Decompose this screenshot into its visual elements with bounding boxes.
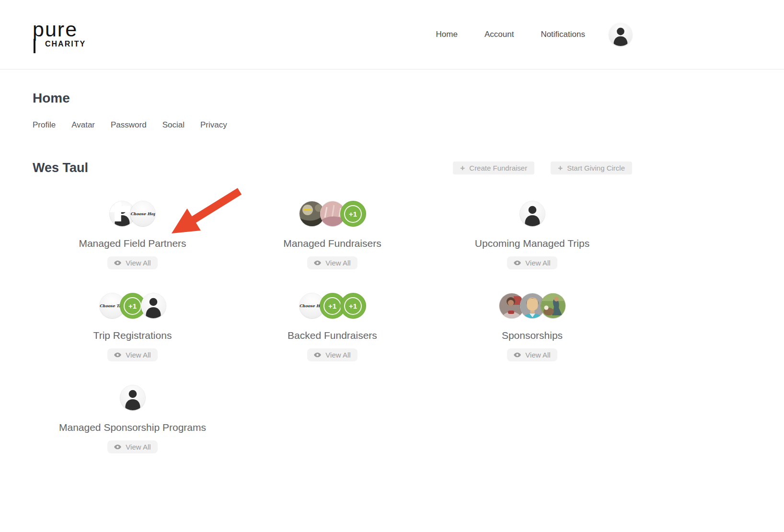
logo-stem-decoration	[34, 39, 35, 53]
owner-row: Wes Taul + Create Fundraiser + Start Giv…	[33, 161, 632, 175]
default-avatar-icon[interactable]	[520, 201, 545, 226]
dashboard-grid: Choose Hope Managed Field Partners View …	[33, 201, 632, 477]
tab-password[interactable]: Password	[111, 120, 147, 130]
plus-one-badge-icon[interactable]: +1	[341, 293, 366, 318]
section-label: Backed Fundraisers	[232, 330, 432, 341]
logo-text-pure: pure	[33, 21, 100, 38]
section-trip-registrations: Choose Trip +1 Trip Registrations	[33, 293, 232, 385]
pure-charity-logo[interactable]: pure CHARITY	[33, 21, 100, 48]
sponsored-child-photo-icon[interactable]	[541, 293, 565, 318]
section-label: Sponsorships	[432, 330, 632, 341]
fundraisers-icons: +1	[232, 201, 432, 226]
view-all-sponsorships-button[interactable]: View All	[507, 348, 557, 361]
nav-item-account[interactable]: Account	[484, 30, 514, 39]
plus-one-badge-icon[interactable]: +1	[341, 201, 366, 226]
section-label: Upcoming Managed Trips	[432, 238, 632, 249]
plus-badge-icon	[110, 201, 130, 221]
person-silhouette-icon	[120, 385, 145, 410]
view-all-trips-button[interactable]: View All	[507, 256, 557, 269]
create-fundraiser-label: Create Fundraiser	[469, 164, 527, 172]
plus-icon: +	[558, 164, 563, 172]
tab-avatar[interactable]: Avatar	[71, 120, 95, 130]
tab-privacy[interactable]: Privacy	[200, 120, 227, 130]
trip-registrations-icons: Choose Trip +1	[33, 293, 232, 318]
page-title: Home	[33, 91, 632, 106]
plus-icon: +	[460, 164, 465, 172]
settings-tabs: Profile Avatar Password Social Privacy	[33, 120, 632, 130]
owner-name: Wes Taul	[33, 161, 88, 175]
trips-icons	[432, 201, 632, 226]
section-sponsorships: Sponsorships View All	[432, 293, 632, 385]
eye-icon	[114, 444, 121, 450]
default-avatar-icon[interactable]	[120, 385, 145, 410]
top-header: pure CHARITY Home Account Notifications	[0, 0, 784, 69]
create-fundraiser-button[interactable]: + Create Fundraiser	[453, 162, 534, 174]
field-partners-icons: Choose Hope	[33, 201, 232, 226]
nav-item-notifications[interactable]: Notifications	[541, 30, 585, 39]
section-managed-field-partners: Choose Hope Managed Field Partners View …	[33, 201, 232, 293]
main-content: Home Profile Avatar Password Social Priv…	[33, 91, 632, 477]
owner-actions: + Create Fundraiser + Start Giving Circl…	[453, 162, 632, 174]
section-managed-fundraisers: +1 Managed Fundraisers View All	[232, 201, 432, 293]
logo-text-charity: CHARITY	[45, 40, 100, 48]
user-avatar[interactable]	[609, 23, 632, 46]
sponsorships-icons	[432, 293, 632, 318]
section-backed-fundraisers: Choose Hope +1 +1 Backed Fundraisers Vie…	[232, 293, 432, 385]
tab-social[interactable]: Social	[162, 120, 184, 130]
eye-icon	[314, 260, 321, 266]
person-silhouette-icon	[520, 201, 545, 226]
person-silhouette-icon	[141, 293, 166, 318]
start-giving-circle-label: Start Giving Circle	[567, 164, 625, 172]
section-label: Managed Sponsorship Programs	[33, 422, 232, 433]
view-all-fundraisers-button[interactable]: View All	[307, 256, 357, 269]
view-all-backed-fundraisers-button[interactable]: View All	[307, 348, 357, 361]
sponsorship-programs-icons	[33, 385, 232, 410]
eye-icon	[514, 260, 521, 266]
eye-icon	[114, 352, 121, 358]
eye-icon	[314, 352, 321, 358]
view-all-sponsorship-programs-button[interactable]: View All	[107, 440, 157, 453]
section-label: Managed Field Partners	[33, 238, 232, 249]
default-avatar-icon[interactable]	[141, 293, 166, 318]
nav-item-home[interactable]: Home	[436, 30, 458, 39]
person-silhouette-icon	[609, 23, 632, 46]
choose-hope-logo-icon[interactable]: Choose Hope	[130, 201, 155, 226]
start-giving-circle-button[interactable]: + Start Giving Circle	[551, 162, 632, 174]
child-with-dog-photo	[541, 293, 565, 318]
view-all-field-partners-button[interactable]: View All	[107, 256, 157, 269]
main-nav: Home Account Notifications	[436, 23, 632, 46]
tab-profile[interactable]: Profile	[33, 120, 56, 130]
backed-fundraisers-icons: Choose Hope +1 +1	[232, 293, 432, 318]
eye-icon	[514, 352, 521, 358]
section-managed-sponsorship-programs: Managed Sponsorship Programs View All	[33, 385, 232, 477]
section-upcoming-managed-trips: Upcoming Managed Trips View All	[432, 201, 632, 293]
section-label: Managed Fundraisers	[232, 238, 432, 249]
view-all-trip-registrations-button[interactable]: View All	[107, 348, 157, 361]
eye-icon	[114, 260, 121, 266]
section-label: Trip Registrations	[33, 330, 232, 341]
